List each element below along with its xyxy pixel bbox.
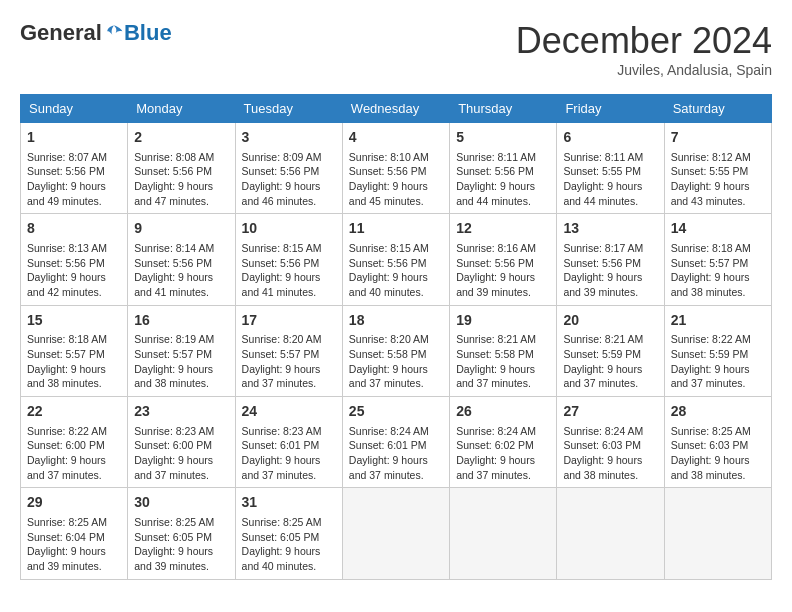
day-info: Sunrise: 8:22 AM Sunset: 6:00 PM Dayligh… <box>27 424 121 483</box>
day-number: 14 <box>671 219 765 239</box>
day-cell: 12Sunrise: 8:16 AM Sunset: 5:56 PM Dayli… <box>450 214 557 305</box>
day-cell: 20Sunrise: 8:21 AM Sunset: 5:59 PM Dayli… <box>557 305 664 396</box>
day-cell: 27Sunrise: 8:24 AM Sunset: 6:03 PM Dayli… <box>557 397 664 488</box>
day-cell: 10Sunrise: 8:15 AM Sunset: 5:56 PM Dayli… <box>235 214 342 305</box>
day-info: Sunrise: 8:07 AM Sunset: 5:56 PM Dayligh… <box>27 150 121 209</box>
day-cell: 4Sunrise: 8:10 AM Sunset: 5:56 PM Daylig… <box>342 123 449 214</box>
day-info: Sunrise: 8:23 AM Sunset: 6:01 PM Dayligh… <box>242 424 336 483</box>
day-number: 12 <box>456 219 550 239</box>
day-info: Sunrise: 8:21 AM Sunset: 5:59 PM Dayligh… <box>563 332 657 391</box>
day-header-saturday: Saturday <box>664 95 771 123</box>
day-number: 16 <box>134 311 228 331</box>
day-cell: 29Sunrise: 8:25 AM Sunset: 6:04 PM Dayli… <box>21 488 128 579</box>
day-header-tuesday: Tuesday <box>235 95 342 123</box>
day-cell: 21Sunrise: 8:22 AM Sunset: 5:59 PM Dayli… <box>664 305 771 396</box>
day-cell: 19Sunrise: 8:21 AM Sunset: 5:58 PM Dayli… <box>450 305 557 396</box>
day-number: 13 <box>563 219 657 239</box>
day-cell: 17Sunrise: 8:20 AM Sunset: 5:57 PM Dayli… <box>235 305 342 396</box>
page-header: General Blue December 2024 Juviles, Anda… <box>20 20 772 78</box>
day-cell <box>557 488 664 579</box>
day-info: Sunrise: 8:13 AM Sunset: 5:56 PM Dayligh… <box>27 241 121 300</box>
day-header-thursday: Thursday <box>450 95 557 123</box>
day-cell: 15Sunrise: 8:18 AM Sunset: 5:57 PM Dayli… <box>21 305 128 396</box>
title-block: December 2024 Juviles, Andalusia, Spain <box>516 20 772 78</box>
day-header-wednesday: Wednesday <box>342 95 449 123</box>
day-number: 9 <box>134 219 228 239</box>
day-number: 19 <box>456 311 550 331</box>
day-info: Sunrise: 8:14 AM Sunset: 5:56 PM Dayligh… <box>134 241 228 300</box>
day-info: Sunrise: 8:17 AM Sunset: 5:56 PM Dayligh… <box>563 241 657 300</box>
day-number: 23 <box>134 402 228 422</box>
day-info: Sunrise: 8:15 AM Sunset: 5:56 PM Dayligh… <box>349 241 443 300</box>
day-info: Sunrise: 8:11 AM Sunset: 5:56 PM Dayligh… <box>456 150 550 209</box>
day-info: Sunrise: 8:23 AM Sunset: 6:00 PM Dayligh… <box>134 424 228 483</box>
day-cell: 7Sunrise: 8:12 AM Sunset: 5:55 PM Daylig… <box>664 123 771 214</box>
day-number: 17 <box>242 311 336 331</box>
day-header-monday: Monday <box>128 95 235 123</box>
day-info: Sunrise: 8:24 AM Sunset: 6:02 PM Dayligh… <box>456 424 550 483</box>
day-info: Sunrise: 8:20 AM Sunset: 5:57 PM Dayligh… <box>242 332 336 391</box>
day-number: 25 <box>349 402 443 422</box>
day-cell: 16Sunrise: 8:19 AM Sunset: 5:57 PM Dayli… <box>128 305 235 396</box>
day-cell: 9Sunrise: 8:14 AM Sunset: 5:56 PM Daylig… <box>128 214 235 305</box>
day-info: Sunrise: 8:09 AM Sunset: 5:56 PM Dayligh… <box>242 150 336 209</box>
day-cell: 25Sunrise: 8:24 AM Sunset: 6:01 PM Dayli… <box>342 397 449 488</box>
day-info: Sunrise: 8:24 AM Sunset: 6:03 PM Dayligh… <box>563 424 657 483</box>
day-cell: 31Sunrise: 8:25 AM Sunset: 6:05 PM Dayli… <box>235 488 342 579</box>
day-info: Sunrise: 8:15 AM Sunset: 5:56 PM Dayligh… <box>242 241 336 300</box>
day-info: Sunrise: 8:11 AM Sunset: 5:55 PM Dayligh… <box>563 150 657 209</box>
day-number: 30 <box>134 493 228 513</box>
day-info: Sunrise: 8:25 AM Sunset: 6:05 PM Dayligh… <box>134 515 228 574</box>
day-number: 31 <box>242 493 336 513</box>
month-title: December 2024 <box>516 20 772 62</box>
day-number: 22 <box>27 402 121 422</box>
week-row-4: 22Sunrise: 8:22 AM Sunset: 6:00 PM Dayli… <box>21 397 772 488</box>
day-info: Sunrise: 8:22 AM Sunset: 5:59 PM Dayligh… <box>671 332 765 391</box>
day-cell: 3Sunrise: 8:09 AM Sunset: 5:56 PM Daylig… <box>235 123 342 214</box>
day-info: Sunrise: 8:21 AM Sunset: 5:58 PM Dayligh… <box>456 332 550 391</box>
day-cell <box>450 488 557 579</box>
week-row-1: 1Sunrise: 8:07 AM Sunset: 5:56 PM Daylig… <box>21 123 772 214</box>
day-cell <box>664 488 771 579</box>
week-row-3: 15Sunrise: 8:18 AM Sunset: 5:57 PM Dayli… <box>21 305 772 396</box>
day-info: Sunrise: 8:12 AM Sunset: 5:55 PM Dayligh… <box>671 150 765 209</box>
day-number: 15 <box>27 311 121 331</box>
day-cell: 18Sunrise: 8:20 AM Sunset: 5:58 PM Dayli… <box>342 305 449 396</box>
day-info: Sunrise: 8:18 AM Sunset: 5:57 PM Dayligh… <box>671 241 765 300</box>
day-info: Sunrise: 8:25 AM Sunset: 6:05 PM Dayligh… <box>242 515 336 574</box>
day-cell: 28Sunrise: 8:25 AM Sunset: 6:03 PM Dayli… <box>664 397 771 488</box>
day-number: 10 <box>242 219 336 239</box>
day-header-sunday: Sunday <box>21 95 128 123</box>
day-cell: 6Sunrise: 8:11 AM Sunset: 5:55 PM Daylig… <box>557 123 664 214</box>
day-number: 11 <box>349 219 443 239</box>
day-info: Sunrise: 8:18 AM Sunset: 5:57 PM Dayligh… <box>27 332 121 391</box>
day-number: 1 <box>27 128 121 148</box>
day-number: 28 <box>671 402 765 422</box>
calendar-header-row: SundayMondayTuesdayWednesdayThursdayFrid… <box>21 95 772 123</box>
day-header-friday: Friday <box>557 95 664 123</box>
day-cell: 14Sunrise: 8:18 AM Sunset: 5:57 PM Dayli… <box>664 214 771 305</box>
day-cell: 5Sunrise: 8:11 AM Sunset: 5:56 PM Daylig… <box>450 123 557 214</box>
day-info: Sunrise: 8:25 AM Sunset: 6:04 PM Dayligh… <box>27 515 121 574</box>
day-number: 24 <box>242 402 336 422</box>
day-cell: 30Sunrise: 8:25 AM Sunset: 6:05 PM Dayli… <box>128 488 235 579</box>
day-info: Sunrise: 8:19 AM Sunset: 5:57 PM Dayligh… <box>134 332 228 391</box>
day-cell <box>342 488 449 579</box>
location: Juviles, Andalusia, Spain <box>516 62 772 78</box>
day-info: Sunrise: 8:24 AM Sunset: 6:01 PM Dayligh… <box>349 424 443 483</box>
day-cell: 22Sunrise: 8:22 AM Sunset: 6:00 PM Dayli… <box>21 397 128 488</box>
day-number: 6 <box>563 128 657 148</box>
logo: General Blue <box>20 20 172 46</box>
day-number: 26 <box>456 402 550 422</box>
day-cell: 23Sunrise: 8:23 AM Sunset: 6:00 PM Dayli… <box>128 397 235 488</box>
day-number: 3 <box>242 128 336 148</box>
day-cell: 1Sunrise: 8:07 AM Sunset: 5:56 PM Daylig… <box>21 123 128 214</box>
week-row-2: 8Sunrise: 8:13 AM Sunset: 5:56 PM Daylig… <box>21 214 772 305</box>
day-info: Sunrise: 8:08 AM Sunset: 5:56 PM Dayligh… <box>134 150 228 209</box>
week-row-5: 29Sunrise: 8:25 AM Sunset: 6:04 PM Dayli… <box>21 488 772 579</box>
logo-bird-icon <box>104 23 124 43</box>
day-info: Sunrise: 8:25 AM Sunset: 6:03 PM Dayligh… <box>671 424 765 483</box>
day-info: Sunrise: 8:16 AM Sunset: 5:56 PM Dayligh… <box>456 241 550 300</box>
day-number: 21 <box>671 311 765 331</box>
day-cell: 26Sunrise: 8:24 AM Sunset: 6:02 PM Dayli… <box>450 397 557 488</box>
